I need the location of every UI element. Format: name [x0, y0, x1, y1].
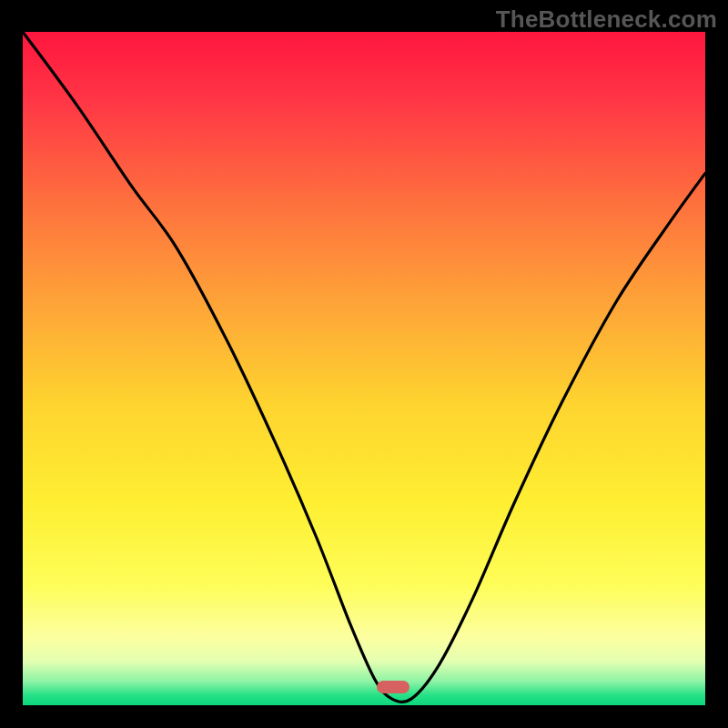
svg-rect-0 — [23, 32, 705, 705]
chart-frame: TheBottleneck.com — [0, 0, 728, 728]
optimum-marker — [377, 681, 410, 693]
watermark-text: TheBottleneck.com — [496, 5, 717, 34]
plot-area — [23, 32, 705, 705]
background-gradient — [23, 32, 705, 705]
